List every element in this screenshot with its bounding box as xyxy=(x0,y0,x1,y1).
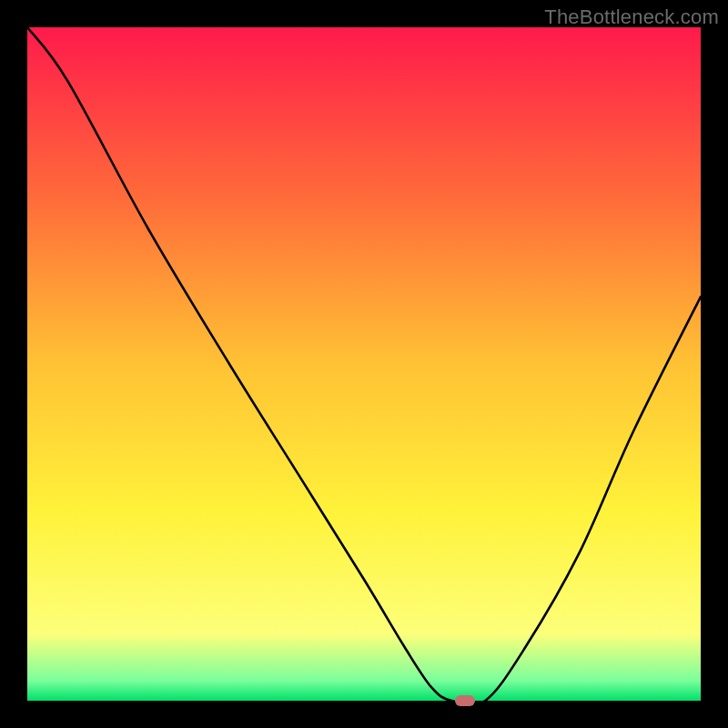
chart-svg xyxy=(27,27,701,701)
gradient-background xyxy=(27,27,701,701)
plot-area xyxy=(27,27,701,701)
chart-container: TheBottleneck.com xyxy=(0,0,728,728)
optimal-marker xyxy=(455,695,475,706)
watermark-text: TheBottleneck.com xyxy=(544,5,719,29)
